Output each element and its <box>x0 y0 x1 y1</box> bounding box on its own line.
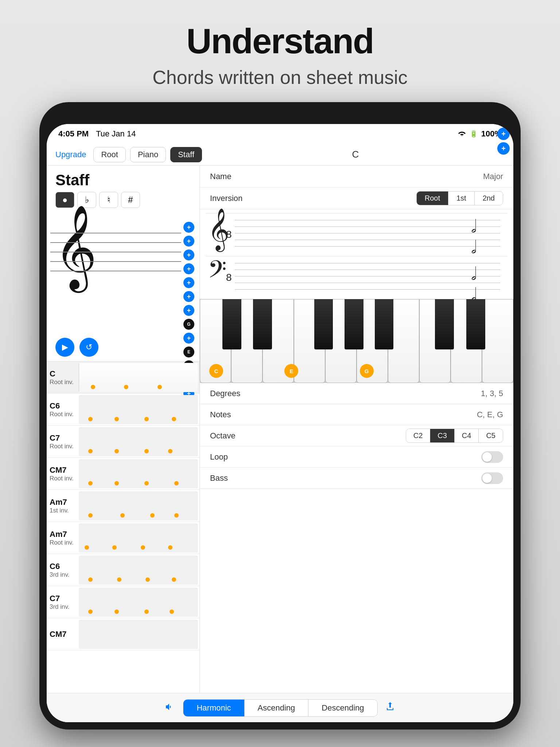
chord-inversion: Root inv. <box>50 379 79 386</box>
share-button[interactable] <box>385 701 395 714</box>
chord-item-c6-root[interactable]: C6 Root inv. <box>47 394 199 426</box>
staff-plus-5[interactable]: + <box>183 277 194 288</box>
treble-8: 8 <box>226 229 232 240</box>
treble-staff-section: 𝄞 8 𝅗𝅥𝅗𝅥 <box>200 209 513 255</box>
mini-piano-c7 <box>79 427 198 456</box>
name-value: Major <box>483 172 503 181</box>
chord-name: C <box>50 369 79 379</box>
mode-ascending-btn[interactable]: Ascending <box>244 700 308 716</box>
bass-toggle-thumb <box>482 473 492 483</box>
right-panel: Name Major Inversion Root 1st 2nd <box>200 166 513 722</box>
loop-toggle-thumb <box>482 452 492 462</box>
octave-label: Octave <box>210 431 254 441</box>
notes-value: C, E, G <box>477 410 503 419</box>
degrees-label: Degrees <box>210 389 254 398</box>
page-title: Understand <box>0 22 560 61</box>
status-bar: 4:05 PM Tue Jan 14 🔋 100% <box>47 124 513 144</box>
chord-item-c7-3rd[interactable]: C7 3rd inv. <box>47 586 199 618</box>
degrees-value: 1, 3, 5 <box>481 389 503 398</box>
staff-plus-6[interactable]: + <box>183 291 194 302</box>
battery-icon: 🔋 <box>470 130 478 138</box>
bass-8: 8 <box>226 272 232 283</box>
staff-plus-3[interactable]: + <box>183 249 194 260</box>
notes-label: Notes <box>210 410 254 419</box>
mini-piano-am7-1st <box>79 491 198 520</box>
main-content: Staff ● ♭ ♮ # + + 𝄞 <box>47 166 513 722</box>
chord-item-c6-3rd[interactable]: C6 3rd inv. <box>47 554 199 586</box>
upgrade-button[interactable]: Upgrade <box>55 150 86 159</box>
staff-plus-8[interactable]: + <box>183 333 194 344</box>
mini-piano-am7-root <box>79 523 198 553</box>
piano-keyboard: C E G <box>200 299 513 383</box>
mini-piano-c6-3rd <box>79 556 198 585</box>
chord-item-c-root[interactable]: C Root inv. <box>47 361 199 394</box>
tab-piano[interactable]: Piano <box>130 147 166 162</box>
bass-clef-right: 𝄢 <box>208 258 226 287</box>
bass-staff-display: 𝄢 8 𝅗𝅥𝅗𝅥 <box>206 256 508 296</box>
note-E-btn[interactable]: E <box>183 347 194 357</box>
inversion-row: Inversion Root 1st 2nd <box>200 187 513 209</box>
device-frame: 4:05 PM Tue Jan 14 🔋 100% Upgrade Root P… <box>39 102 521 729</box>
device-screen: 4:05 PM Tue Jan 14 🔋 100% Upgrade Root P… <box>47 124 513 722</box>
inversion-label: Inversion <box>210 194 265 203</box>
octave-c5-btn[interactable]: C5 <box>478 429 503 442</box>
octave-c2-btn[interactable]: C2 <box>406 429 430 442</box>
piano-dot-c: C <box>209 364 223 378</box>
tab-staff[interactable]: Staff <box>170 147 202 162</box>
octave-c4-btn[interactable]: C4 <box>454 429 479 442</box>
chord-item-am7-root[interactable]: Am7 Root inv. <box>47 522 199 554</box>
loop-toggle[interactable] <box>481 451 503 463</box>
bottom-bar: Harmonic Ascending Descending <box>200 693 513 722</box>
status-date: Tue Jan 14 <box>96 129 136 139</box>
octave-row: Octave C2 C3 C4 C5 <box>200 425 513 446</box>
octave-buttons: C2 C3 C4 C5 <box>406 429 503 443</box>
staff-plus-2[interactable]: + <box>183 236 194 247</box>
mini-piano-c-root <box>79 363 198 392</box>
octave-c3-btn[interactable]: C3 <box>430 429 454 442</box>
bass-label: Bass <box>210 473 254 483</box>
note-G-btn[interactable]: G <box>183 319 194 330</box>
chord-item-cm7-root[interactable]: CM7 Root inv. <box>47 458 199 490</box>
tab-root[interactable]: Root <box>93 147 125 162</box>
mode-buttons: Harmonic Ascending Descending <box>200 699 378 717</box>
inversion-root-btn[interactable]: Root <box>417 191 448 205</box>
accidental-natural[interactable]: ♮ <box>99 192 118 208</box>
chord-item-c7-root[interactable]: C7 Root inv. <box>47 426 199 458</box>
loop-row: Loop <box>200 446 513 468</box>
mini-piano-cm7-bottom <box>79 620 198 649</box>
bass-toggle[interactable] <box>481 472 503 484</box>
piano-dot-g: G <box>360 364 374 378</box>
accidental-flat[interactable]: ♭ <box>77 192 96 208</box>
accidental-sharp[interactable]: # <box>121 192 140 208</box>
name-row: Name Major <box>200 166 513 187</box>
staff-plus-1[interactable]: + <box>183 222 194 233</box>
inversion-1st-btn[interactable]: 1st <box>448 191 474 205</box>
treble-staff-display: 𝄞 8 𝅗𝅥𝅗𝅥 <box>206 213 508 253</box>
play-button[interactable]: ▶ <box>55 338 74 357</box>
inversion-2nd-btn[interactable]: 2nd <box>474 191 503 205</box>
piano-dot-e: E <box>284 364 298 378</box>
inversion-buttons: Root 1st 2nd <box>416 191 503 205</box>
chord-item-cm7-bottom[interactable]: CM7 <box>47 618 199 650</box>
name-label: Name <box>210 172 265 181</box>
reset-button[interactable]: ↺ <box>79 338 98 357</box>
mini-piano-cm7 <box>79 459 198 488</box>
mini-piano-c6 <box>79 395 198 424</box>
treble-clef-symbol: 𝄞 <box>54 211 97 284</box>
chord-list: C Root inv. <box>47 361 199 650</box>
bass-row: Bass <box>200 468 513 489</box>
bass-staff-section: 𝄢 8 𝅗𝅥𝅗𝅥 <box>200 255 513 299</box>
accidental-whole[interactable]: ● <box>55 192 74 208</box>
playback-row: ▶ ↺ <box>47 335 199 361</box>
staff-plus-7[interactable]: + <box>183 305 194 316</box>
staff-notation-area: 𝄞 + + + + + <box>50 211 196 335</box>
page-subtitle: Chords written on sheet music <box>0 66 560 88</box>
mode-descending-btn[interactable]: Descending <box>308 700 377 716</box>
loop-label: Loop <box>210 452 254 462</box>
staff-plus-4[interactable]: + <box>183 263 194 274</box>
mode-harmonic-btn[interactable]: Harmonic <box>200 700 244 716</box>
status-time: 4:05 PM <box>58 129 89 139</box>
notes-row: Notes C, E, G <box>200 404 513 425</box>
chord-item-am7-1st[interactable]: Am7 1st inv. <box>47 490 199 522</box>
staff-title: Staff <box>47 166 199 192</box>
